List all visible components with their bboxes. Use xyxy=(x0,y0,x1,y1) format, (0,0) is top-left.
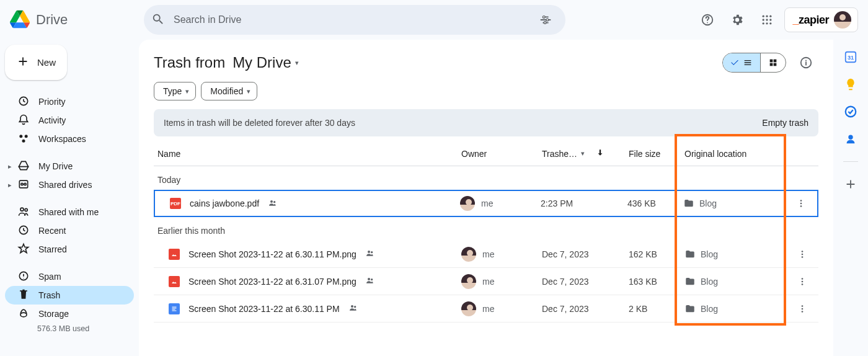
expand-icon[interactable]: ▸ xyxy=(6,181,14,189)
owner-avatar xyxy=(461,301,476,316)
table-row[interactable]: Screen Shot 2023-11-22 at 6.30.11 PMmeDe… xyxy=(154,295,818,323)
svg-point-35 xyxy=(368,251,370,253)
settings-icon[interactable] xyxy=(725,7,750,32)
new-button-label: New xyxy=(37,57,56,68)
info-icon[interactable] xyxy=(794,50,818,75)
workspaces-icon xyxy=(17,132,30,146)
calendar-app-icon[interactable]: 31 xyxy=(843,50,858,65)
owner-avatar xyxy=(461,274,476,289)
original-location[interactable]: Blog xyxy=(684,303,790,314)
svg-point-49 xyxy=(802,311,804,313)
file-size: 162 KB xyxy=(629,249,684,259)
svg-point-21 xyxy=(20,208,24,211)
svg-point-1 xyxy=(546,19,549,21)
shared-with-me-icon xyxy=(17,205,30,220)
search-bar[interactable] xyxy=(144,5,565,35)
account-chip[interactable]: _zapier xyxy=(784,7,858,32)
storage-icon xyxy=(17,307,30,321)
sidebar-item-shared-with-me[interactable]: Shared with me xyxy=(5,203,134,221)
owner-name: me xyxy=(482,304,494,314)
more-actions-button[interactable] xyxy=(790,303,815,314)
svg-point-16 xyxy=(25,135,28,138)
help-icon[interactable] xyxy=(695,7,720,32)
scope-dropdown[interactable]: My Drive ▾ xyxy=(232,54,299,71)
page-title-prefix: Trash from xyxy=(154,54,225,71)
sidebar-item-label: My Drive xyxy=(38,161,73,171)
chevron-down-icon: ▾ xyxy=(247,87,250,96)
more-actions-button[interactable] xyxy=(789,198,813,209)
search-input[interactable] xyxy=(172,14,526,26)
more-actions-button[interactable] xyxy=(790,249,815,260)
original-location[interactable]: Blog xyxy=(683,198,789,209)
shared-icon xyxy=(365,275,375,287)
sidebar-item-activity[interactable]: Activity xyxy=(5,111,134,130)
starred-icon xyxy=(17,243,30,257)
files-table: Name Owner Trashe… ▾ File size Original … xyxy=(154,141,818,323)
file-size: 436 KB xyxy=(627,198,683,208)
more-actions-button[interactable] xyxy=(790,276,815,287)
svg-point-15 xyxy=(19,135,22,138)
apps-icon[interactable] xyxy=(755,7,779,32)
sidebar-item-label: Workspaces xyxy=(38,134,86,144)
svg-point-0 xyxy=(542,16,545,19)
svg-point-10 xyxy=(770,19,772,20)
col-location-header[interactable]: Original location xyxy=(684,149,790,159)
view-list-button[interactable] xyxy=(723,53,760,72)
svg-point-45 xyxy=(351,305,353,308)
svg-point-8 xyxy=(763,19,764,20)
storage-used-text: 576.3 MB used xyxy=(5,323,134,333)
sidebar-item-trash[interactable]: Trash xyxy=(5,286,134,305)
add-app-icon[interactable] xyxy=(843,177,858,192)
new-button[interactable]: New xyxy=(5,45,67,80)
svg-point-32 xyxy=(800,200,802,202)
sidebar-item-shared-drives[interactable]: ▸ Shared drives xyxy=(5,176,134,194)
svg-point-41 xyxy=(371,278,373,280)
svg-point-30 xyxy=(270,200,273,203)
file-name: Screen Shot 2023-11-22 at 6.31.07 PM.png xyxy=(188,277,356,287)
col-trashed-header[interactable]: Trashe… ▾ xyxy=(542,148,629,159)
sidebar-item-workspaces[interactable]: Workspaces xyxy=(5,130,134,148)
sidebar-item-spam[interactable]: Spam xyxy=(5,267,134,286)
svg-rect-26 xyxy=(774,60,777,63)
col-owner-header[interactable]: Owner xyxy=(461,149,542,159)
empty-trash-button[interactable]: Empty trash xyxy=(762,118,808,128)
svg-point-6 xyxy=(766,16,768,17)
file-size: 2 KB xyxy=(629,304,684,314)
owner-avatar xyxy=(460,196,475,211)
sidebar-item-label: Starred xyxy=(38,244,67,254)
sidebar-item-starred[interactable]: Starred xyxy=(5,240,134,259)
sidebar-item-priority[interactable]: Priority xyxy=(5,92,134,111)
chevron-down-icon: ▾ xyxy=(295,59,299,67)
svg-point-31 xyxy=(273,201,275,203)
my-drive-icon xyxy=(17,159,30,174)
trashed-date: Dec 7, 2023 xyxy=(542,249,629,259)
contacts-app-icon[interactable] xyxy=(843,131,858,146)
svg-point-42 xyxy=(802,278,804,280)
col-size-header[interactable]: File size xyxy=(629,149,684,159)
search-options-icon[interactable] xyxy=(533,7,558,32)
tasks-app-icon[interactable] xyxy=(843,104,858,119)
view-grid-button[interactable] xyxy=(760,53,786,72)
svg-point-53 xyxy=(848,135,852,140)
svg-point-36 xyxy=(371,251,373,253)
shared-icon xyxy=(268,198,278,210)
expand-icon[interactable]: ▸ xyxy=(6,162,14,171)
table-row[interactable]: Screen Shot 2023-11-22 at 6.30.11 PM.png… xyxy=(154,241,818,268)
drive-brand[interactable]: Drive xyxy=(10,9,139,31)
sidebar-item-my-drive[interactable]: ▸ My Drive xyxy=(5,157,134,176)
filter-type-chip[interactable]: Type ▾ xyxy=(154,82,196,100)
table-row[interactable]: Screen Shot 2023-11-22 at 6.31.07 PM.png… xyxy=(154,268,818,295)
sidebar-item-storage[interactable]: Storage xyxy=(5,305,134,323)
section-title: Today xyxy=(154,166,818,190)
original-location[interactable]: Blog xyxy=(684,249,790,260)
keep-app-icon[interactable] xyxy=(843,77,858,92)
zapier-logo: _zapier xyxy=(792,14,829,27)
avatar xyxy=(834,11,851,29)
filter-modified-chip[interactable]: Modified ▾ xyxy=(201,82,257,100)
section-title: Earlier this month xyxy=(154,217,818,241)
table-row[interactable]: PDFcains jawbone.pdfme2:23 PM436 KBBlog xyxy=(154,190,818,217)
original-location[interactable]: Blog xyxy=(684,276,790,287)
col-name-header[interactable]: Name xyxy=(157,149,461,159)
sidebar-item-recent[interactable]: Recent xyxy=(5,221,134,240)
svg-point-19 xyxy=(21,183,23,185)
